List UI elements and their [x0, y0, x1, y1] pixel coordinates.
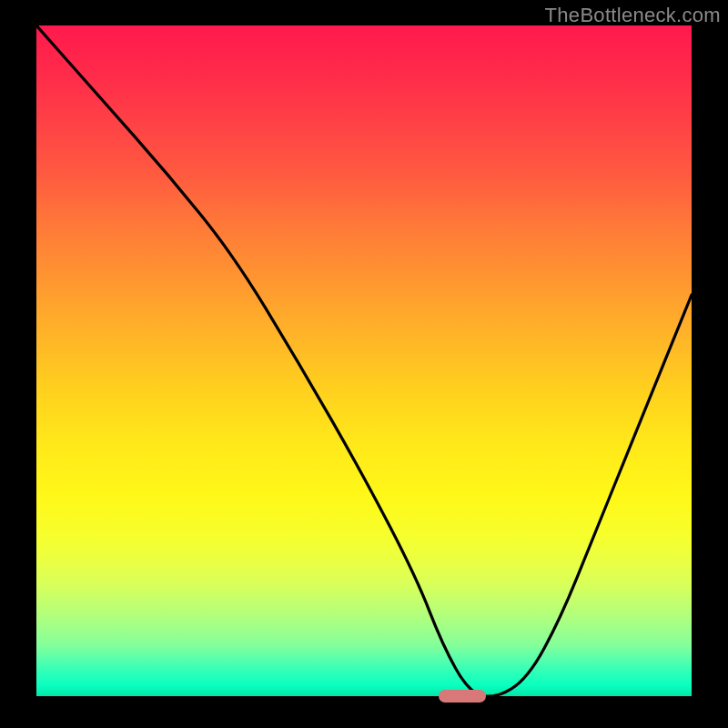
x-axis-baseline	[36, 696, 692, 699]
bottleneck-curve-path	[36, 25, 692, 696]
optimal-range-marker	[439, 690, 485, 703]
plot-area	[36, 25, 692, 699]
chart-frame: TheBottleneck.com	[0, 0, 728, 728]
watermark-label: TheBottleneck.com	[545, 4, 721, 27]
curve-svg	[36, 25, 692, 699]
